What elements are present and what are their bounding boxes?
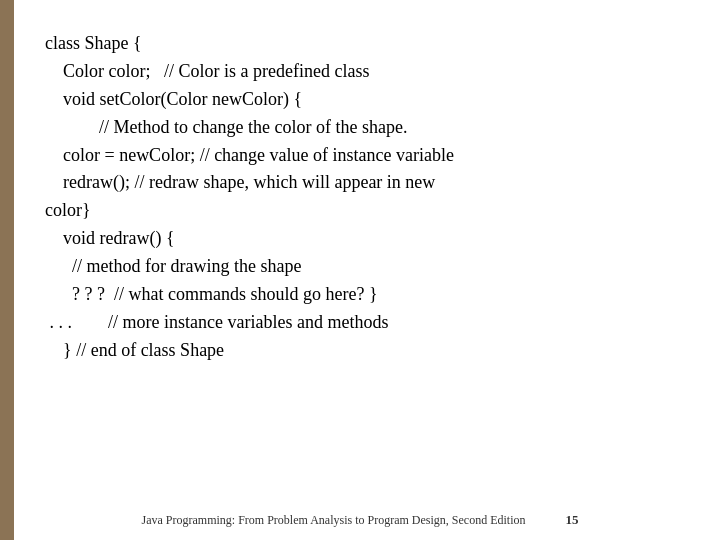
slide-content: class Shape { Color color; // Color is a…: [0, 0, 720, 540]
code-line-5: color = newColor; // change value of ins…: [45, 142, 680, 170]
slide-footer: Java Programming: From Problem Analysis …: [0, 512, 720, 528]
code-line-1: class Shape {: [45, 30, 680, 58]
footer-book-title: Java Programming: From Problem Analysis …: [142, 513, 526, 528]
code-line-7: color}: [45, 197, 680, 225]
code-line-9: // method for drawing the shape: [45, 253, 680, 281]
code-line-6: redraw(); // redraw shape, which will ap…: [45, 169, 680, 197]
code-line-12: } // end of class Shape: [45, 337, 680, 365]
code-line-2: Color color; // Color is a predefined cl…: [45, 58, 680, 86]
code-line-3: void setColor(Color newColor) {: [45, 86, 680, 114]
code-block: class Shape { Color color; // Color is a…: [30, 20, 690, 480]
footer-page-number: 15: [565, 512, 578, 528]
code-line-11: . . . // more instance variables and met…: [45, 309, 680, 337]
code-line-8: void redraw() {: [45, 225, 680, 253]
code-line-10: ? ? ? // what commands should go here? }: [45, 281, 680, 309]
code-line-4: // Method to change the color of the sha…: [45, 114, 680, 142]
left-accent-bar: [0, 0, 14, 540]
